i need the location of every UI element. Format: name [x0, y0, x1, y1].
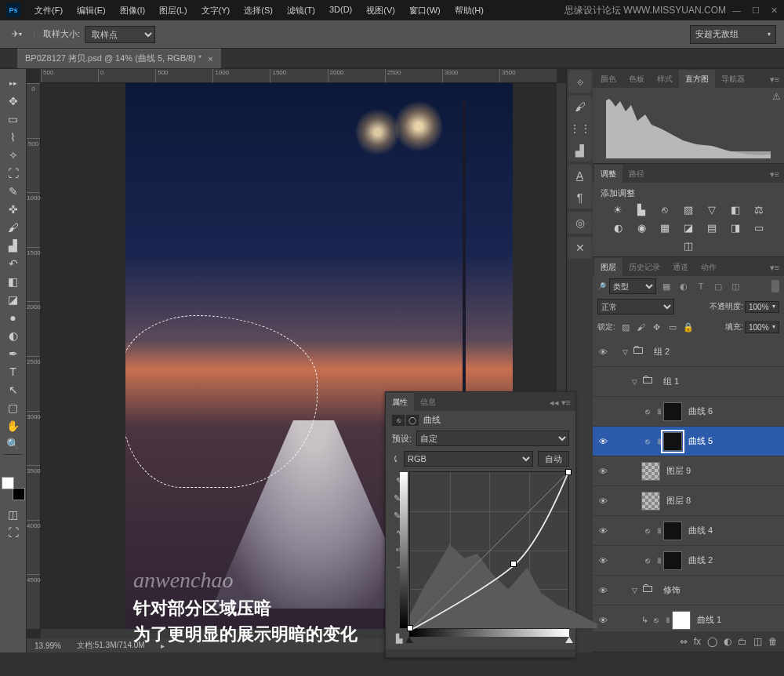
layer-row[interactable]: 👁▽🗀组 2	[593, 337, 784, 367]
black-point-slider[interactable]	[405, 637, 413, 643]
panel-menu-icon[interactable]: ▾≡	[765, 166, 784, 183]
lock-pixels-icon[interactable]: 🖌	[636, 322, 647, 333]
character-panel-icon[interactable]: A	[568, 165, 592, 187]
curves-icon[interactable]: ⎋	[658, 204, 672, 216]
history-brush-tool-icon[interactable]: ↶	[3, 254, 24, 272]
visibility-icon[interactable]: 👁	[596, 584, 610, 597]
photofilter-icon[interactable]: ◉	[634, 222, 648, 234]
curve-point[interactable]	[565, 469, 572, 475]
menu-file[interactable]: 文件(F)	[28, 2, 69, 20]
quickmask-icon[interactable]: ◫	[3, 505, 24, 523]
hand-tool-icon[interactable]: ✋	[3, 416, 24, 434]
tab-actions[interactable]: 动作	[695, 258, 723, 276]
layer-mask-thumb[interactable]	[663, 551, 682, 570]
menu-3d[interactable]: 3D(D)	[323, 2, 358, 20]
layer-list[interactable]: 👁▽🗀组 2▽🗀组 1⎋𝟠曲线 6👁⎋𝟠曲线 5👁图层 9👁图层 8👁⎋𝟠曲线 …	[593, 337, 784, 631]
menu-select[interactable]: 选择(S)	[238, 2, 279, 20]
menu-view[interactable]: 视图(V)	[360, 2, 401, 20]
channelmixer-icon[interactable]: ▦	[658, 222, 672, 234]
channel-select[interactable]: RGB	[404, 451, 533, 467]
layer-mask-thumb[interactable]	[663, 432, 682, 451]
path-selection-tool-icon[interactable]: ↖	[3, 380, 24, 398]
zoom-display[interactable]: 13.99%	[34, 641, 61, 650]
menu-help[interactable]: 帮助(H)	[448, 2, 490, 20]
filter-shape-icon[interactable]: ▢	[711, 279, 725, 293]
filter-smart-icon[interactable]: ◫	[728, 279, 742, 293]
bw-icon[interactable]: ◐	[611, 222, 625, 234]
tab-info[interactable]: 信息	[414, 393, 442, 411]
white-point-slider[interactable]	[565, 637, 573, 643]
layer-row[interactable]: 👁图层 8	[593, 486, 784, 516]
eyedropper-tool-icon[interactable]: ✎	[3, 182, 24, 200]
preset-select[interactable]: 自定	[416, 431, 569, 446]
mask-link-icon[interactable]: 𝟠	[657, 408, 662, 416]
filter-kind-select[interactable]: 类型	[609, 278, 656, 294]
tab-color[interactable]: 颜色	[594, 70, 622, 88]
posterize-icon[interactable]: ▤	[705, 222, 719, 234]
maximize-icon[interactable]: ☐	[752, 5, 760, 16]
menu-window[interactable]: 窗口(W)	[403, 2, 447, 20]
twisty-icon[interactable]: ▽	[632, 587, 641, 594]
fill-control[interactable]: 填充: 100%▾	[725, 322, 779, 333]
selectivecolor-icon[interactable]: ◫	[681, 240, 695, 252]
tab-channels[interactable]: 通道	[666, 258, 695, 276]
tab-adjustments[interactable]: 调整	[594, 165, 622, 183]
mask-link-icon[interactable]: 𝟠	[657, 527, 662, 535]
close-tab-icon[interactable]: ×	[208, 54, 212, 64]
tool-preset[interactable]: ✈▾	[8, 26, 25, 43]
curve-point[interactable]	[510, 561, 517, 567]
blur-tool-icon[interactable]: ●	[3, 308, 24, 326]
auto-button[interactable]: 自动	[538, 451, 569, 467]
opacity-control[interactable]: 不透明度: 100%▾	[710, 301, 779, 313]
mask-link-icon[interactable]: 𝟠	[657, 557, 662, 565]
clip-histogram-icon[interactable]: ▙	[393, 632, 405, 645]
fx-icon[interactable]: fx	[694, 636, 701, 647]
visibility-icon[interactable]: 👁	[596, 495, 610, 507]
brush-panel-icon[interactable]: 🖌	[568, 96, 592, 118]
exposure-icon[interactable]: ▨	[681, 204, 695, 216]
mask-link-icon[interactable]: 𝟠	[666, 616, 670, 624]
brush-tool-icon[interactable]: 🖌	[3, 218, 24, 236]
vibrance-icon[interactable]: ▽	[705, 204, 719, 216]
lasso-tool-icon[interactable]: ⌇	[3, 128, 24, 146]
twisty-icon[interactable]: ▽	[622, 348, 632, 356]
visibility-icon[interactable]: 👁	[596, 435, 610, 448]
hue-icon[interactable]: ◧	[728, 204, 742, 216]
layer-mask-thumb[interactable]	[663, 402, 682, 421]
dodge-tool-icon[interactable]: ◐	[3, 326, 24, 344]
colorbalance-icon[interactable]: ⚖	[752, 204, 766, 216]
new-group-icon[interactable]: 🗀	[738, 636, 747, 647]
new-layer-icon[interactable]: ◫	[753, 636, 762, 647]
tab-swatches[interactable]: 色板	[622, 70, 651, 88]
workspace-select[interactable]: 安超无敌组▾	[690, 25, 776, 44]
screenmode-icon[interactable]: ⛶	[3, 523, 24, 541]
tool-presets-icon[interactable]: ✕	[568, 237, 592, 259]
layer-mask-thumb[interactable]	[672, 611, 691, 630]
filter-pixel-icon[interactable]: ▦	[659, 279, 673, 293]
layer-row[interactable]: ⎋𝟠曲线 6	[593, 397, 784, 427]
healing-tool-icon[interactable]: ✜	[3, 200, 24, 218]
visibility-icon[interactable]	[596, 376, 610, 388]
tab-histogram[interactable]: 直方图	[679, 70, 715, 88]
levels-icon[interactable]: ▙	[634, 204, 648, 216]
close-icon[interactable]: ✕	[771, 5, 778, 16]
visibility-icon[interactable]: 👁	[596, 614, 610, 627]
visibility-icon[interactable]: 👁	[596, 554, 610, 567]
lock-transparency-icon[interactable]: ▨	[620, 322, 631, 333]
lock-all-icon[interactable]: 🔒	[683, 322, 694, 333]
color-swatches[interactable]	[2, 477, 25, 500]
paragraph-panel-icon[interactable]: ¶	[568, 187, 592, 209]
threshold-icon[interactable]: ◨	[728, 222, 742, 234]
clone-source-icon[interactable]: ▟	[568, 140, 592, 162]
mask-mode-icon[interactable]: ◯	[406, 415, 419, 426]
minimize-icon[interactable]: —	[732, 5, 741, 16]
tab-paths[interactable]: 路径	[622, 165, 651, 183]
cc-icon[interactable]: ◎	[568, 212, 592, 234]
marquee-tool-icon[interactable]: ▭	[3, 110, 24, 128]
panel-menu-icon[interactable]: ▾≡	[765, 71, 784, 88]
panel-menu-icon[interactable]: ◂◂ ▾≡	[545, 394, 575, 411]
layer-mask-thumb[interactable]	[663, 522, 682, 540]
brushpreset-panel-icon[interactable]: ⋮⋮	[568, 118, 592, 140]
twisty-icon[interactable]: ▽	[632, 378, 641, 386]
mask-icon[interactable]: ◯	[707, 636, 717, 647]
